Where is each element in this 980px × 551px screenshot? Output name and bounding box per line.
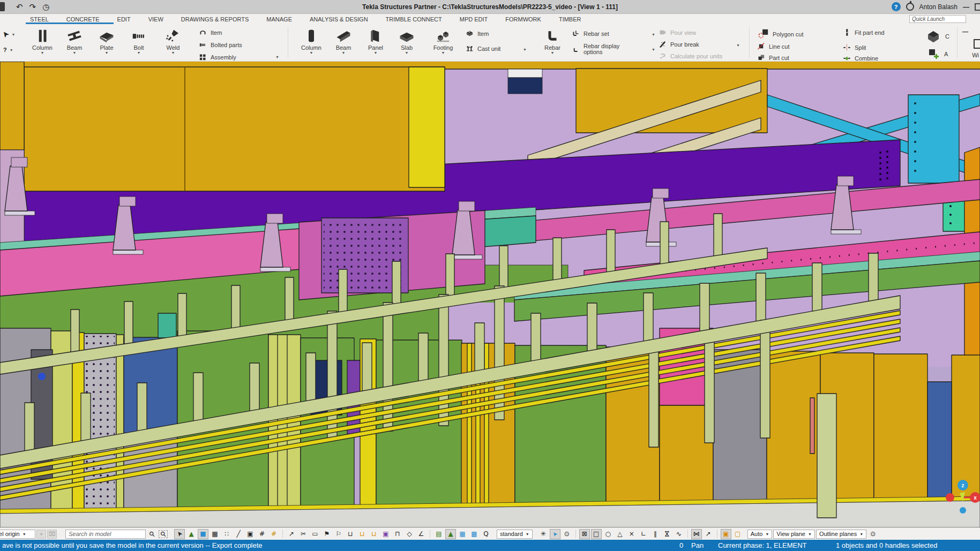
snap-jump-button[interactable]: ↗ bbox=[286, 529, 297, 539]
tab-formwork[interactable]: FORMWORK bbox=[505, 16, 541, 22]
chevron-down-icon[interactable]: ▼ bbox=[652, 33, 655, 36]
ribbon-bolted-parts-button[interactable]: Bolted parts bbox=[198, 41, 242, 49]
ribbon-concrete-beam-button[interactable]: Beam▼ bbox=[328, 27, 359, 55]
ribbon-minimize-button[interactable]: — bbox=[962, 28, 968, 35]
ribbon-pour-view-button[interactable]: Pour view bbox=[658, 28, 696, 36]
flag-button[interactable]: ⚐ bbox=[333, 529, 344, 539]
visibility-diamond-button[interactable]: ◇ bbox=[404, 529, 415, 539]
flag-t-button[interactable]: ⚑ bbox=[321, 529, 332, 539]
chevron-down-icon[interactable]: ▼ bbox=[275, 55, 279, 59]
minimize-button[interactable]: — bbox=[963, 3, 969, 11]
stopwatch-icon[interactable] bbox=[906, 3, 914, 11]
ribbon-concrete-column-button[interactable]: Column▼ bbox=[296, 27, 327, 55]
outline-planes-dropdown[interactable]: Outline planes▼ bbox=[816, 530, 866, 539]
tab-timber[interactable]: TIMBER bbox=[559, 16, 581, 22]
left-gold-column[interactable] bbox=[0, 62, 24, 150]
viewport-3d-scene[interactable]: z x bbox=[0, 62, 980, 527]
select-tool-button[interactable]: ➤▼ bbox=[2, 29, 16, 39]
ribbon-steel-bolt-button[interactable]: Bolt▼ bbox=[123, 27, 154, 55]
ribbon-assembly-button[interactable]: Assembly bbox=[198, 53, 236, 61]
cut-button[interactable]: ✂ bbox=[298, 529, 309, 539]
measure-angle-button[interactable]: ∠ bbox=[416, 529, 427, 539]
ribbon-weld-button[interactable]: Weld▼ bbox=[158, 27, 189, 55]
component-preset-dropdown[interactable]: standard▼ bbox=[497, 530, 533, 539]
view-plane-dropdown[interactable]: View plane▼ bbox=[773, 530, 815, 539]
search-icon[interactable]: ⚲ bbox=[147, 529, 158, 539]
grid-view-alt-button[interactable]: ▩ bbox=[469, 529, 480, 539]
ribbon-footing-button[interactable]: Footing▼ bbox=[428, 27, 459, 55]
ribbon-part-cut-button[interactable]: Part cut bbox=[757, 54, 789, 62]
ribbon-calculate-pour-units-button[interactable]: Calculate pour units bbox=[658, 52, 722, 60]
tab-drawings-reports[interactable]: DRAWINGS & REPORTS bbox=[181, 16, 249, 22]
chevron-down-icon[interactable]: ▼ bbox=[652, 48, 655, 51]
ribbon-concrete-item-button[interactable]: Item bbox=[465, 29, 489, 37]
rebar-tool-2-button[interactable]: ⊔ bbox=[357, 529, 368, 539]
snap-extension-button[interactable]: ↗ bbox=[703, 529, 714, 539]
snap-cross-button[interactable]: × bbox=[626, 529, 637, 539]
highlight-eye-button[interactable]: ⊙ bbox=[562, 529, 572, 539]
rebar-tool-1-button[interactable]: ⊔ bbox=[345, 529, 356, 539]
form-face-button[interactable]: ⊓ bbox=[392, 529, 403, 539]
chevron-down-icon[interactable]: ▼ bbox=[523, 48, 527, 51]
ribbon-split-button[interactable]: Split bbox=[842, 43, 866, 51]
select-lines-button[interactable]: ╱ bbox=[233, 529, 244, 539]
ribbon-steel-beam-button[interactable]: Beam▼ bbox=[59, 27, 90, 55]
tab-trimble-connect[interactable]: TRIMBLE CONNECT bbox=[386, 16, 442, 22]
select-grids-button[interactable]: # bbox=[257, 529, 267, 539]
select-objects-button[interactable]: ■ bbox=[198, 529, 208, 539]
tab-view[interactable]: VIEW bbox=[148, 16, 163, 22]
select-points-button[interactable]: ∷ bbox=[221, 529, 232, 539]
tab-steel[interactable]: STEEL bbox=[30, 16, 49, 22]
smart-cursor-button[interactable]: ➤ bbox=[550, 529, 560, 539]
add-point-button[interactable]: + bbox=[36, 530, 46, 539]
white-block[interactable] bbox=[508, 69, 542, 78]
snap-web-button[interactable]: ✳ bbox=[538, 529, 549, 539]
ribbon-steel-column-button[interactable]: Column▼ bbox=[27, 27, 58, 55]
snap-parallel-button[interactable]: ∥ bbox=[650, 529, 661, 539]
help-icon[interactable]: ? bbox=[892, 2, 901, 11]
ribbon-panel-button[interactable]: Panel▼ bbox=[360, 27, 391, 55]
ribbon-steel-item-button[interactable]: Item bbox=[198, 28, 222, 36]
snap-circle-button[interactable]: ○ bbox=[603, 529, 614, 539]
select-switch-button[interactable]: ➤ bbox=[174, 529, 185, 539]
snap-freeform-button[interactable]: ∿ bbox=[674, 529, 684, 539]
rebar-tool-3-button[interactable]: ⊔ bbox=[369, 529, 379, 539]
ribbon-rebar-set-button[interactable]: Rebar set bbox=[571, 29, 609, 37]
component-cone-button[interactable]: ▲ bbox=[445, 529, 456, 539]
workarea-button[interactable]: ▢ bbox=[732, 529, 743, 539]
snap-depth-dropdown[interactable]: Auto▼ bbox=[747, 530, 773, 539]
model-viewport[interactable]: z x bbox=[0, 62, 980, 527]
quick-launch-input[interactable] bbox=[909, 15, 966, 23]
window-icon[interactable] bbox=[974, 39, 980, 49]
ribbon-steel-plate-button[interactable]: Plate▼ bbox=[91, 27, 122, 55]
snap-ortho-button[interactable]: ⋈ bbox=[691, 529, 702, 539]
inquire-tool-button[interactable]: ?▼ bbox=[3, 47, 13, 53]
tab-mpd-edit[interactable]: MPD EDIT bbox=[460, 16, 488, 22]
ribbon-line-cut-button[interactable]: Line cut bbox=[757, 42, 790, 50]
render-image-button[interactable]: ▤ bbox=[433, 529, 444, 539]
ribbon-rebar-button[interactable]: Rebar▼ bbox=[537, 27, 568, 55]
tab-manage[interactable]: MANAGE bbox=[266, 16, 292, 22]
select-parts-button[interactable]: ▣ bbox=[245, 529, 256, 539]
planes-visibility-eye-button[interactable]: ⊙ bbox=[867, 529, 878, 539]
ribbon-cast-unit-button[interactable]: Cast unit bbox=[465, 44, 500, 52]
ribbon-partial-button-a[interactable]: A bbox=[927, 48, 948, 61]
ribbon-slab-button[interactable]: Slab▼ bbox=[391, 27, 422, 55]
ribbon-polygon-cut-button[interactable]: Polygon cut bbox=[757, 28, 803, 40]
lasso-button[interactable]: Q bbox=[481, 529, 491, 539]
snap-box-button[interactable]: ⊠ bbox=[579, 529, 590, 539]
user-name[interactable]: Anton Balash bbox=[919, 3, 957, 11]
chevron-down-icon[interactable]: ▼ bbox=[736, 43, 740, 47]
gold-wall-box[interactable] bbox=[24, 67, 445, 191]
ribbon-rebar-display-options-button[interactable]: Rebar display options bbox=[571, 43, 652, 55]
navy-block[interactable] bbox=[508, 78, 542, 94]
ribbon-fit-part-end-button[interactable]: Fit part end bbox=[842, 28, 885, 36]
snap-midpoint-button[interactable]: ⋈ bbox=[662, 529, 672, 539]
origin-dropdown[interactable]: del origin▼ bbox=[0, 530, 35, 539]
fence-select-button[interactable]: ▭ bbox=[310, 529, 320, 539]
gold-box-top-right[interactable] bbox=[576, 69, 767, 133]
workplane-button[interactable]: ▣ bbox=[721, 529, 731, 539]
rebar-tool-4-button[interactable]: ▣ bbox=[380, 529, 391, 539]
ribbon-partial-button-c[interactable]: C bbox=[925, 28, 949, 44]
select-grid-lines-button[interactable]: # bbox=[268, 529, 279, 539]
